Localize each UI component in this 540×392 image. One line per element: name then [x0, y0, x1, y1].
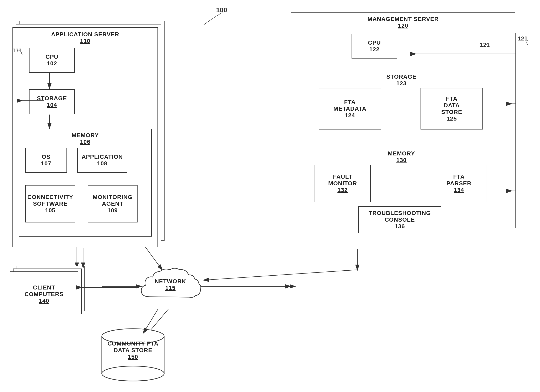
application-108-box: APPLICATION 108 — [77, 148, 127, 173]
memory-130-label: MEMORY — [302, 150, 501, 157]
connectivity-105-number: 105 — [45, 207, 55, 214]
svg-text:121: 121 — [518, 35, 528, 42]
client-computers-number: 140 — [39, 298, 49, 304]
ref-100: 100 — [216, 6, 227, 14]
memory-106-number: 106 — [19, 139, 151, 145]
fta-parser-134-box: FTA PARSER 134 — [431, 165, 487, 202]
mgmt-server-label: MANAGEMENT SERVER — [291, 16, 515, 22]
ref-111-tilde: ⌒ — [17, 49, 21, 55]
monitoring-109-box: MONITORING AGENT 109 — [88, 185, 138, 222]
svg-point-20 — [102, 366, 164, 381]
fta-datastore-125-label2: DATA — [444, 102, 460, 109]
monitoring-109-label: MONITORING — [93, 194, 132, 201]
fta-parser-134-number: 134 — [454, 187, 464, 193]
client-computers-label2: COMPUTERS — [25, 291, 64, 298]
cpu-102-label: CPU — [45, 54, 58, 60]
fta-metadata-124-number: 124 — [345, 112, 355, 119]
community-fta-db: COMMUNITY FTA DATA STORE 150 — [100, 328, 166, 382]
fta-metadata-124-label: FTA — [344, 99, 355, 105]
connectivity-105-label: CONNECTIVITY — [27, 194, 73, 201]
fault-monitor-132-label2: MONITOR — [328, 180, 357, 187]
connectivity-105-label2: SOFTWARE — [33, 201, 68, 207]
application-108-label: APPLICATION — [82, 154, 123, 160]
cpu-122-box: CPU 122 — [352, 34, 397, 59]
storage-123-box: STORAGE 123 FTA METADATA 124 FTA DATA ST… — [302, 71, 501, 137]
fta-metadata-124-box: FTA METADATA 124 — [319, 88, 381, 129]
monitoring-109-number: 109 — [107, 207, 118, 214]
svg-line-32 — [204, 270, 357, 280]
fta-datastore-125-number: 125 — [446, 115, 457, 122]
fta-datastore-125-label3: STORE — [441, 109, 462, 115]
monitoring-109-label2: AGENT — [102, 201, 123, 207]
application-108-number: 108 — [97, 160, 107, 167]
client-computers-box-front: CLIENT COMPUTERS 140 — [10, 271, 78, 317]
troubleshooting-136-label2: CONSOLE — [385, 216, 415, 223]
memory-106-box: MEMORY 106 OS 107 APPLICATION 108 CONNEC… — [19, 129, 152, 237]
community-fta-label2: DATA STORE — [100, 347, 166, 354]
cpu-102-box: CPU 102 — [29, 48, 75, 73]
client-computers-label: CLIENT — [33, 284, 55, 291]
fta-datastore-125-box: FTA DATA STORE 125 — [420, 88, 483, 129]
connectivity-105-box: CONNECTIVITY SOFTWARE 105 — [25, 185, 75, 222]
storage-104-box: STORAGE 104 — [29, 89, 75, 114]
community-fta-number: 150 — [100, 354, 166, 360]
storage-104-number: 104 — [47, 102, 57, 108]
memory-106-label: MEMORY — [19, 132, 151, 139]
community-fta-label: COMMUNITY FTA — [100, 340, 166, 347]
os-107-label: OS — [42, 154, 50, 160]
ref-121-tilde: ⌒ — [484, 44, 489, 50]
memory-130-box: MEMORY 130 FAULT MONITOR 132 FTA PARSER … — [302, 148, 501, 239]
troubleshooting-136-number: 136 — [395, 223, 405, 230]
fta-metadata-124-label2: METADATA — [334, 105, 366, 112]
fta-parser-134-label2: PARSER — [446, 180, 472, 187]
network-label: NETWORK — [137, 278, 204, 285]
diagram-container: 100 APPLICATION SERVER 110 111 ⌒ CPU 102… — [0, 0, 540, 392]
app-server-number: 110 — [13, 38, 157, 44]
troubleshooting-136-label: TROUBLESHOOTING — [369, 210, 431, 216]
os-107-number: 107 — [41, 160, 51, 167]
network-number: 115 — [137, 285, 204, 291]
storage-123-label: STORAGE — [302, 74, 501, 80]
fault-monitor-132-box: FAULT MONITOR 132 — [315, 165, 371, 202]
fta-datastore-125-label: FTA — [446, 95, 457, 102]
fta-parser-134-label: FTA — [453, 173, 465, 180]
troubleshooting-136-box: TROUBLESHOOTING CONSOLE 136 — [358, 206, 441, 233]
fault-monitor-132-label: FAULT — [333, 173, 352, 180]
network-cloud: NETWORK 115 — [137, 264, 204, 309]
os-107-box: OS 107 — [25, 148, 67, 173]
app-server-label: APPLICATION SERVER — [13, 31, 157, 38]
cpu-102-number: 102 — [47, 60, 57, 67]
client-computers-group: CLIENT COMPUTERS 140 — [10, 266, 89, 324]
cpu-122-label: CPU — [368, 39, 381, 46]
mgmt-server-number: 120 — [291, 22, 515, 29]
cpu-122-number: 122 — [369, 46, 380, 53]
storage-104-label: STORAGE — [37, 95, 67, 102]
memory-130-number: 130 — [302, 157, 501, 163]
storage-123-number: 123 — [302, 80, 501, 87]
fault-monitor-132-number: 132 — [337, 187, 348, 193]
